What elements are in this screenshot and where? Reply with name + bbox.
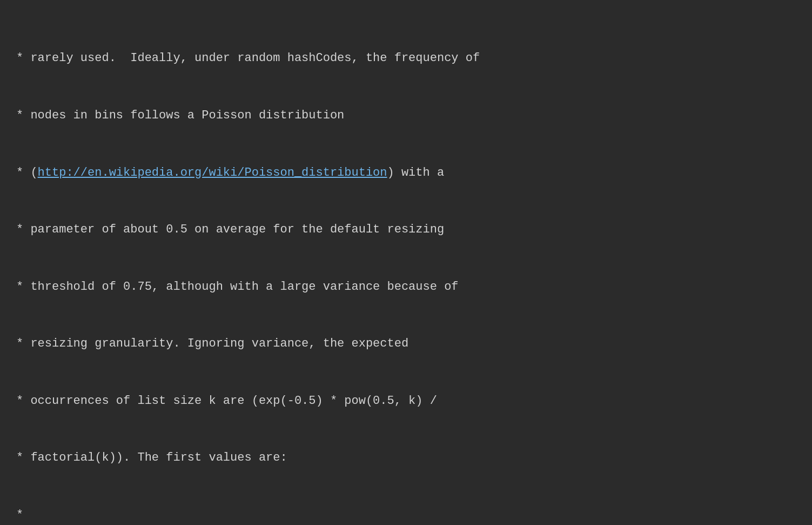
line-text: threshold of 0.75, although with a large… xyxy=(30,280,458,294)
code-line-6: * resizing granularity. Ignoring varianc… xyxy=(16,334,796,353)
poisson-link[interactable]: http://en.wikipedia.org/wiki/Poisson_dis… xyxy=(38,166,387,180)
star-prefix: * xyxy=(16,337,30,350)
star-prefix: * xyxy=(16,109,30,122)
code-line-5: * threshold of 0.75, although with a lar… xyxy=(16,277,796,296)
code-line-4: * parameter of about 0.5 on average for … xyxy=(16,220,796,239)
code-viewer: * rarely used. Ideally, under random has… xyxy=(16,11,796,525)
line-suffix: ) with a xyxy=(387,166,445,180)
star-prefix: * xyxy=(16,394,30,408)
star-prefix: * xyxy=(16,51,30,65)
code-line-8: * factorial(k)). The first values are: xyxy=(16,448,796,467)
star-prefix: * xyxy=(16,223,30,236)
star-prefix: * xyxy=(16,280,30,294)
line-text: resizing granularity. Ignoring variance,… xyxy=(30,337,408,350)
code-line-1: * rarely used. Ideally, under random has… xyxy=(16,49,796,68)
code-line-2: * nodes in bins follows a Poisson distri… xyxy=(16,106,796,125)
line-text: nodes in bins follows a Poisson distribu… xyxy=(30,109,344,122)
line-text: rarely used. Ideally, under random hashC… xyxy=(30,51,480,65)
line-text: occurrences of list size k are (exp(-0.5… xyxy=(30,394,437,408)
star-prefix: * ( xyxy=(16,166,38,180)
star-prefix: * xyxy=(16,508,23,522)
link-text: http://en.wikipedia.org/wiki/Poisson_dis… xyxy=(38,166,387,180)
line-text: parameter of about 0.5 on average for th… xyxy=(30,223,444,236)
line-text: factorial(k)). The first values are: xyxy=(30,451,287,464)
code-line-3: * (http://en.wikipedia.org/wiki/Poisson_… xyxy=(16,163,796,182)
star-prefix: * xyxy=(16,451,30,464)
code-line-9: * xyxy=(16,506,796,524)
code-line-7: * occurrences of list size k are (exp(-0… xyxy=(16,391,796,410)
